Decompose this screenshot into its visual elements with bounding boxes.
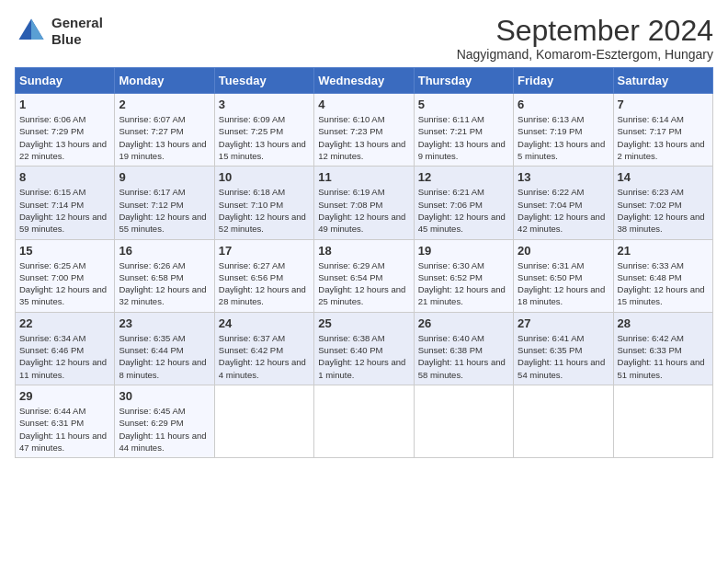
calendar-cell: 8 Sunrise: 6:15 AM Sunset: 7:14 PM Dayli… [16,167,115,239]
daylight-label: Daylight: 13 hours and 2 minutes. [618,139,705,161]
day-info: Sunrise: 6:18 AM Sunset: 7:10 PM Dayligh… [219,186,310,235]
day-info: Sunrise: 6:17 AM Sunset: 7:12 PM Dayligh… [119,186,210,235]
day-number: 20 [518,244,609,258]
sunrise-label: Sunrise: 6:15 AM [19,187,85,197]
daylight-label: Daylight: 11 hours and 58 minutes. [418,357,506,379]
calendar-cell: 16 Sunrise: 6:26 AM Sunset: 6:58 PM Dayl… [115,239,214,312]
logo: General Blue [15,15,103,48]
calendar-cell [314,385,414,457]
calendar-cell: 29 Sunrise: 6:44 AM Sunset: 6:31 PM Dayl… [16,385,115,457]
daylight-label: Daylight: 12 hours and 32 minutes. [119,284,206,306]
day-info: Sunrise: 6:37 AM Sunset: 6:42 PM Dayligh… [219,332,310,381]
day-info: Sunrise: 6:11 AM Sunset: 7:21 PM Dayligh… [418,113,509,162]
sunset-label: Sunset: 7:10 PM [219,200,283,210]
calendar-cell: 26 Sunrise: 6:40 AM Sunset: 6:38 PM Dayl… [414,312,513,385]
day-info: Sunrise: 6:09 AM Sunset: 7:25 PM Dayligh… [219,113,310,162]
day-number: 4 [318,98,409,111]
logo-icon [15,15,48,48]
sunset-label: Sunset: 7:29 PM [19,126,84,136]
daylight-label: Daylight: 13 hours and 9 minutes. [418,139,506,161]
day-number: 7 [618,98,709,111]
daylight-label: Daylight: 12 hours and 4 minutes. [219,357,306,379]
calendar-cell: 25 Sunrise: 6:38 AM Sunset: 6:40 PM Dayl… [314,312,414,385]
day-number: 1 [19,98,110,111]
day-number: 6 [518,98,609,111]
day-number: 26 [418,316,509,330]
sunrise-label: Sunrise: 6:30 AM [418,260,484,270]
day-number: 27 [518,316,609,330]
title-block: September 2024 Nagyigmand, Komarom-Eszte… [457,15,713,62]
calendar-cell [613,385,712,457]
day-info: Sunrise: 6:13 AM Sunset: 7:19 PM Dayligh… [518,113,609,162]
header-row: SundayMondayTuesdayWednesdayThursdayFrid… [16,68,713,94]
day-number: 5 [418,98,509,111]
day-header-monday: Monday [115,68,214,94]
calendar-cell: 23 Sunrise: 6:35 AM Sunset: 6:44 PM Dayl… [115,312,214,385]
day-number: 9 [119,170,210,184]
day-number: 23 [119,316,210,330]
sunset-label: Sunset: 6:46 PM [19,345,84,355]
sunset-label: Sunset: 6:31 PM [19,418,84,428]
sunset-label: Sunset: 6:56 PM [219,272,283,282]
svg-marker-1 [31,19,44,40]
calendar-cell: 30 Sunrise: 6:45 AM Sunset: 6:29 PM Dayl… [115,385,214,457]
day-info: Sunrise: 6:29 AM Sunset: 6:54 PM Dayligh… [318,259,409,308]
day-number: 30 [119,389,210,403]
day-info: Sunrise: 6:26 AM Sunset: 6:58 PM Dayligh… [119,259,210,308]
day-info: Sunrise: 6:10 AM Sunset: 7:23 PM Dayligh… [318,113,409,162]
sunrise-label: Sunrise: 6:14 AM [618,114,684,124]
sunset-label: Sunset: 6:42 PM [219,345,283,355]
sunrise-label: Sunrise: 6:45 AM [119,406,185,416]
calendar-cell: 19 Sunrise: 6:30 AM Sunset: 6:52 PM Dayl… [414,239,513,312]
daylight-label: Daylight: 12 hours and 49 minutes. [318,212,405,234]
day-number: 21 [618,244,709,258]
sunset-label: Sunset: 6:38 PM [418,345,483,355]
calendar-cell: 15 Sunrise: 6:25 AM Sunset: 7:00 PM Dayl… [16,239,115,312]
calendar-cell: 7 Sunrise: 6:14 AM Sunset: 7:17 PM Dayli… [613,94,712,167]
day-info: Sunrise: 6:42 AM Sunset: 6:33 PM Dayligh… [618,332,709,381]
daylight-label: Daylight: 12 hours and 25 minutes. [318,284,405,306]
day-info: Sunrise: 6:14 AM Sunset: 7:17 PM Dayligh… [618,113,709,162]
day-info: Sunrise: 6:15 AM Sunset: 7:14 PM Dayligh… [19,186,110,235]
daylight-label: Daylight: 13 hours and 5 minutes. [518,139,605,161]
day-header-saturday: Saturday [613,68,712,94]
day-info: Sunrise: 6:19 AM Sunset: 7:08 PM Dayligh… [318,186,409,235]
main-title: September 2024 [457,15,713,47]
sunrise-label: Sunrise: 6:29 AM [318,260,384,270]
daylight-label: Daylight: 12 hours and 38 minutes. [618,212,705,234]
calendar-cell: 6 Sunrise: 6:13 AM Sunset: 7:19 PM Dayli… [514,94,613,167]
sunrise-label: Sunrise: 6:22 AM [518,187,584,197]
sunrise-label: Sunrise: 6:35 AM [119,333,185,343]
sunrise-label: Sunrise: 6:17 AM [119,187,185,197]
sunrise-label: Sunrise: 6:41 AM [518,333,584,343]
day-info: Sunrise: 6:45 AM Sunset: 6:29 PM Dayligh… [119,405,210,454]
sunrise-label: Sunrise: 6:42 AM [618,333,684,343]
daylight-label: Daylight: 12 hours and 52 minutes. [219,212,306,234]
sunset-label: Sunset: 6:44 PM [119,345,183,355]
sunset-label: Sunset: 7:25 PM [219,126,283,136]
sunset-label: Sunset: 7:04 PM [518,200,582,210]
calendar-cell: 17 Sunrise: 6:27 AM Sunset: 6:56 PM Dayl… [214,239,313,312]
daylight-label: Daylight: 13 hours and 15 minutes. [219,139,306,161]
sunrise-label: Sunrise: 6:38 AM [318,333,384,343]
daylight-label: Daylight: 12 hours and 35 minutes. [19,284,107,306]
header: General Blue September 2024 Nagyigmand, … [15,15,713,62]
calendar-cell: 13 Sunrise: 6:22 AM Sunset: 7:04 PM Dayl… [514,167,613,239]
day-info: Sunrise: 6:07 AM Sunset: 7:27 PM Dayligh… [119,113,210,162]
day-number: 8 [19,170,110,184]
daylight-label: Daylight: 11 hours and 54 minutes. [518,357,605,379]
day-header-thursday: Thursday [414,68,513,94]
calendar-cell: 9 Sunrise: 6:17 AM Sunset: 7:12 PM Dayli… [115,167,214,239]
subtitle: Nagyigmand, Komarom-Esztergom, Hungary [457,47,713,62]
day-number: 17 [219,244,310,258]
sunset-label: Sunset: 7:23 PM [318,126,382,136]
day-number: 10 [219,170,310,184]
day-info: Sunrise: 6:40 AM Sunset: 6:38 PM Dayligh… [418,332,509,381]
day-number: 29 [19,389,110,403]
calendar-cell: 22 Sunrise: 6:34 AM Sunset: 6:46 PM Dayl… [16,312,115,385]
calendar-week-3: 15 Sunrise: 6:25 AM Sunset: 7:00 PM Dayl… [16,239,713,312]
sunset-label: Sunset: 6:29 PM [119,418,183,428]
calendar-cell: 21 Sunrise: 6:33 AM Sunset: 6:48 PM Dayl… [613,239,712,312]
day-number: 19 [418,244,509,258]
calendar-cell: 14 Sunrise: 6:23 AM Sunset: 7:02 PM Dayl… [613,167,712,239]
